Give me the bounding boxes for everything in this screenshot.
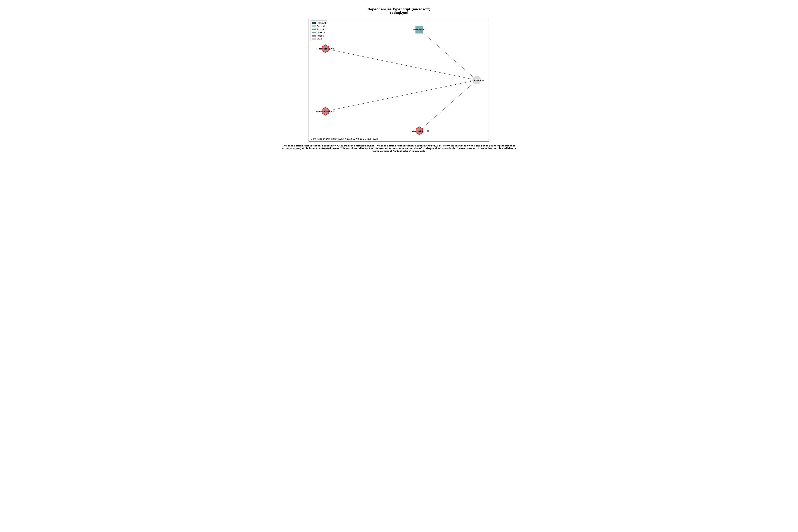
plot-area: Internal Forked Trusted GitHub Public St… (308, 19, 489, 142)
dependency-graph (309, 19, 489, 141)
edge (419, 80, 477, 131)
chart-title: Dependencies TypeScript (microsoft) code… (279, 7, 519, 15)
footer-warning: The public action "github/codeql-action/… (279, 145, 519, 152)
node-label: codeql-action [v2] (316, 111, 335, 113)
edges (325, 30, 477, 131)
node-label-hub: CodeQL-Build (471, 79, 484, 81)
edge (419, 30, 477, 80)
generated-note: Generated by DirectionMIAGE on 2023-02-0… (311, 138, 378, 140)
edge (325, 80, 477, 111)
node-label: codeql-action [v2] (316, 48, 335, 50)
node-label: checkout [v3] (413, 29, 426, 31)
title-line-1: Dependencies TypeScript (microsoft) (367, 7, 431, 11)
node-label: codeql-action [v2] (411, 130, 429, 132)
page: Dependencies TypeScript (microsoft) code… (279, 0, 519, 159)
edge (325, 49, 477, 80)
title-line-2: codeql.yml (390, 11, 408, 15)
